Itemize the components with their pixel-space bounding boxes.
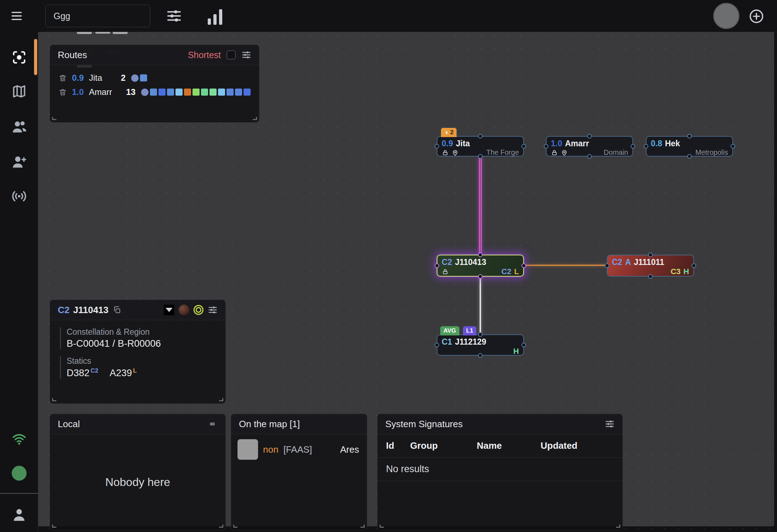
- node-handle[interactable]: [648, 274, 653, 279]
- connection-status: [0, 423, 38, 455]
- route-row-amarr[interactable]: 1.0 Amarr 13: [50, 85, 259, 99]
- route-jump-square: [167, 89, 174, 96]
- local-title: Local: [58, 419, 80, 430]
- lock-icon: [442, 149, 449, 156]
- selected-system-name: J110413: [73, 305, 108, 316]
- node-handle[interactable]: [631, 144, 635, 149]
- sidebar-item-characters[interactable]: [0, 111, 38, 143]
- resize-handle[interactable]: [219, 397, 223, 401]
- chart-bar: [219, 9, 222, 25]
- resize-handle[interactable]: [233, 523, 238, 528]
- column-updated[interactable]: Updated: [541, 440, 577, 451]
- node-handle[interactable]: [435, 343, 439, 347]
- delete-route-icon[interactable]: [58, 74, 67, 82]
- sidebar-item-broadcast[interactable]: [0, 180, 38, 213]
- resize-handle[interactable]: [380, 523, 384, 528]
- route-row-jita[interactable]: 0.9 Jita 2: [50, 71, 259, 85]
- route-mode-checkbox[interactable]: [227, 50, 236, 60]
- route-destination[interactable]: Jita: [89, 73, 102, 83]
- node-handle[interactable]: [478, 332, 483, 337]
- map-name: Ggg: [54, 11, 70, 21]
- node-handle[interactable]: [587, 134, 592, 138]
- connection-j110413-j111011[interactable]: [524, 265, 607, 266]
- resize-handle[interactable]: [52, 397, 57, 401]
- sidebar-item-tracking[interactable]: [0, 41, 38, 74]
- column-group[interactable]: Group: [410, 440, 477, 451]
- sidebar-item-maps[interactable]: [0, 75, 38, 108]
- connection-j110413-j112129[interactable]: [480, 276, 481, 334]
- map-select[interactable]: Ggg: [45, 5, 150, 27]
- node-handle[interactable]: [478, 274, 483, 279]
- signatures-empty-row: No results: [378, 458, 622, 481]
- resize-handle[interactable]: [52, 115, 57, 120]
- node-handle[interactable]: [648, 253, 653, 257]
- status-dot: [12, 466, 27, 481]
- map-settings-icon[interactable]: [166, 8, 182, 24]
- sidebar-item-follow[interactable]: [0, 146, 38, 179]
- route-jump-count: 13: [112, 87, 135, 97]
- signatures-title: System Signatures: [385, 419, 463, 430]
- node-handle[interactable]: [435, 144, 439, 149]
- faction-logo: [164, 305, 174, 315]
- copy-icon[interactable]: [113, 306, 121, 314]
- system-settings-icon[interactable]: [208, 305, 218, 315]
- system-node-j111011[interactable]: C2 A J111011 C3 H: [607, 255, 694, 277]
- system-node-j112129[interactable]: AVG L1 C1 J112129 H: [437, 334, 524, 356]
- local-empty-text: Nobody here: [105, 476, 170, 489]
- signatures-settings-icon[interactable]: [605, 419, 615, 429]
- node-handle[interactable]: [544, 144, 548, 149]
- broadcast-icon: [11, 188, 28, 205]
- hamburger-menu-icon[interactable]: [9, 10, 25, 22]
- node-handle[interactable]: [521, 144, 526, 149]
- resize-handle[interactable]: [616, 523, 620, 528]
- add-button[interactable]: [749, 9, 764, 24]
- node-handle[interactable]: [644, 144, 648, 149]
- node-handle[interactable]: [731, 144, 735, 149]
- node-handle[interactable]: [521, 264, 526, 268]
- node-handle[interactable]: [687, 134, 692, 138]
- connection-jita-j110413[interactable]: [479, 157, 482, 255]
- column-id[interactable]: Id: [378, 440, 410, 451]
- route-origin-dot: [141, 89, 149, 96]
- node-handle[interactable]: [478, 353, 483, 358]
- route-destination[interactable]: Amarr: [89, 87, 112, 97]
- local-menu-icon[interactable]: [207, 421, 218, 427]
- column-name[interactable]: Name: [477, 440, 541, 451]
- delete-route-icon[interactable]: [58, 88, 67, 96]
- static-entry: D382C2: [67, 368, 98, 378]
- resize-handle[interactable]: [360, 523, 365, 528]
- node-handle[interactable]: [435, 264, 439, 268]
- statics-label: Statics: [67, 356, 225, 366]
- resize-handle[interactable]: [252, 115, 257, 120]
- node-handle[interactable]: [478, 253, 483, 257]
- route-segments: [141, 89, 251, 96]
- system-node-jita[interactable]: 2 0.9 Jita The Forge: [437, 136, 524, 157]
- pilot-row[interactable]: non [FAAS] Ares: [231, 434, 367, 460]
- selected-system-class: C2: [58, 305, 69, 316]
- chart-bar: [208, 18, 211, 25]
- node-handle[interactable]: [687, 154, 692, 159]
- node-handle[interactable]: [478, 134, 483, 138]
- node-handle[interactable]: [587, 154, 592, 159]
- sidebar-item-profile[interactable]: [0, 499, 38, 531]
- system-node-j110413[interactable]: C2 J110413 C2 L: [437, 255, 524, 277]
- system-node-hek[interactable]: 0.8 Hek Metropolis: [646, 136, 733, 157]
- activity-chart-icon[interactable]: [208, 7, 224, 25]
- resize-handle[interactable]: [52, 523, 57, 528]
- routes-settings-icon[interactable]: [241, 50, 251, 60]
- presence-status[interactable]: [0, 457, 38, 489]
- system-name: Jita: [456, 139, 470, 148]
- node-handle[interactable]: [605, 264, 609, 268]
- route-jump-square: [140, 74, 147, 81]
- user-avatar[interactable]: [713, 3, 739, 29]
- system-name: J110413: [455, 257, 486, 267]
- node-handle[interactable]: [692, 264, 696, 268]
- on-the-map-panel: On the map [1] non [FAAS] Ares: [231, 414, 367, 530]
- node-handle[interactable]: [521, 343, 526, 347]
- route-mode-label[interactable]: Shortest: [188, 50, 221, 60]
- level-badge: L1: [463, 326, 476, 335]
- resize-handle[interactable]: [219, 523, 223, 528]
- top-bar: Ggg: [0, 0, 777, 32]
- node-handle[interactable]: [478, 154, 483, 159]
- system-node-amarr[interactable]: 1.0 Amarr Domain: [546, 136, 633, 157]
